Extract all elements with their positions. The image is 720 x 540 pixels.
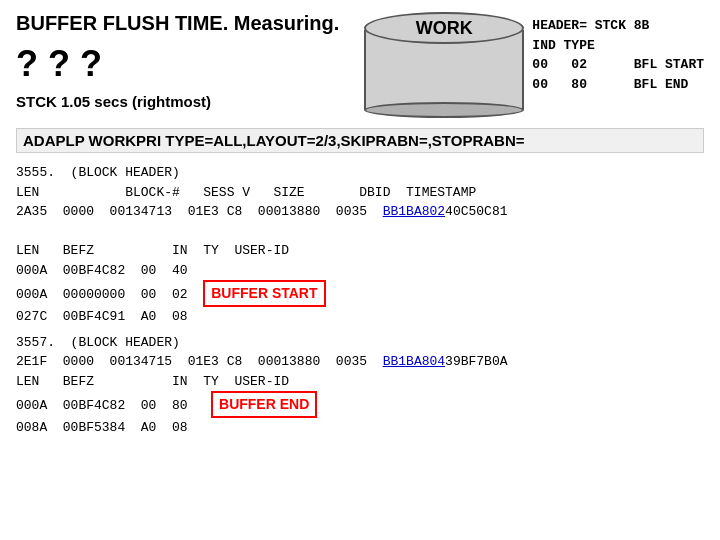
block2-len-label: LEN BEFZ IN TY USER-ID <box>16 372 704 392</box>
cylinder-top: WORK <box>364 12 524 44</box>
work-line1: HEADER= STCK 8B <box>532 18 649 33</box>
work-line2: IND TYPE <box>532 38 594 53</box>
block1-row2-pre: 000A 00000000 00 02 <box>16 287 203 302</box>
buffer-start-badge: BUFFER START <box>203 280 325 307</box>
work-cylinder-container: WORK <box>364 12 524 118</box>
top-section: BUFFER FLUSH TIME. Measuring. ? ? ? STCK… <box>16 12 704 118</box>
block1-len-label: LEN BEFZ IN TY USER-ID <box>16 241 704 261</box>
block1: 3555. (BLOCK HEADER) LEN BLOCK-# SESS V … <box>16 163 704 327</box>
block1-link[interactable]: BB1BA802 <box>383 204 445 219</box>
page-title: BUFFER FLUSH TIME. Measuring. <box>16 12 339 35</box>
cylinder-bottom <box>364 102 524 118</box>
work-line3: 00 02 BFL START <box>532 57 704 72</box>
block1-row1: 000A 00BF4C82 00 40 <box>16 261 704 281</box>
block2-data-line: 2E1F 0000 00134715 01E3 C8 00013880 0035… <box>16 352 704 372</box>
buffer-end-badge: BUFFER END <box>211 391 317 418</box>
block1-data-line: 2A35 0000 00134713 01E3 C8 00013880 0035… <box>16 202 704 222</box>
question-marks: ? ? ? <box>16 43 339 85</box>
work-cylinder: WORK <box>364 12 524 118</box>
app: BUFFER FLUSH TIME. Measuring. ? ? ? STCK… <box>0 0 720 540</box>
block1-row2: 000A 00000000 00 02 BUFFER START <box>16 280 704 307</box>
block1-header: 3555. (BLOCK HEADER) <box>16 163 704 183</box>
top-right-area: WORK HEADER= STCK 8B IND TYPE 00 02 BFL … <box>364 12 704 118</box>
block2-header: 3557. (BLOCK HEADER) <box>16 333 704 353</box>
block2-row2: 008A 00BF5384 A0 08 <box>16 418 704 438</box>
block2-link[interactable]: BB1BA804 <box>383 354 445 369</box>
block1-len-line: LEN BLOCK-# SESS V SIZE DBID TIMESTAMP <box>16 183 704 203</box>
block2-row1: 000A 00BF4C82 00 80 BUFFER END <box>16 391 704 418</box>
adaplp-header: ADAPLP WORKPRI TYPE=ALL,LAYOUT=2/3,SKIPR… <box>16 128 704 153</box>
left-panel: BUFFER FLUSH TIME. Measuring. ? ? ? STCK… <box>16 12 339 110</box>
work-title: WORK <box>416 18 473 39</box>
stck-label: STCK 1.05 secs (rightmost) <box>16 93 339 110</box>
block1-row3: 027C 00BF4C91 A0 08 <box>16 307 704 327</box>
work-info: HEADER= STCK 8B IND TYPE 00 02 BFL START… <box>532 16 704 94</box>
work-line4: 00 80 BFL END <box>532 77 688 92</box>
block1-blank <box>16 222 704 242</box>
block2: 3557. (BLOCK HEADER) 2E1F 0000 00134715 … <box>16 333 704 438</box>
